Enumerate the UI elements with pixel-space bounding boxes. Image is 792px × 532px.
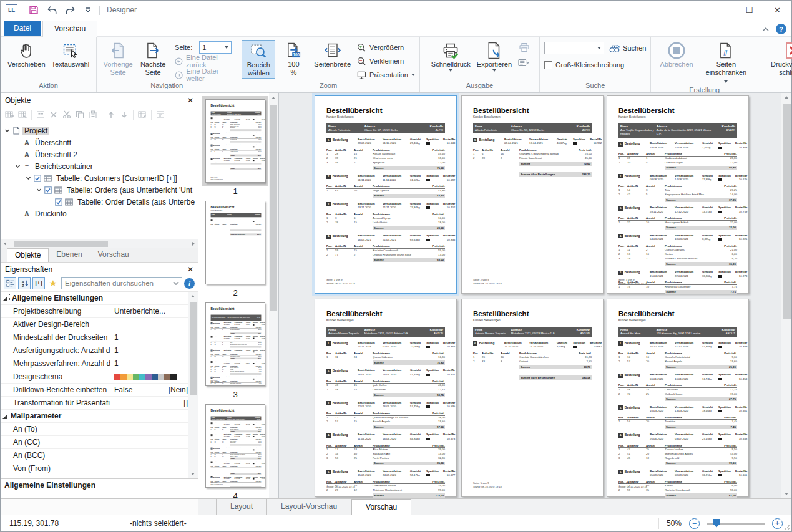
property-value[interactable]: 1: [110, 359, 188, 368]
preview-page-4[interactable]: BestellübersichtKunden BestellungenFirma…: [315, 299, 457, 497]
quick-access-customize-button[interactable]: [81, 3, 95, 17]
property-row-mindestzahl-der-druckseiten[interactable]: Mindestzahl der Druckseiten1: [1, 331, 198, 344]
preview-page-2[interactable]: BestellübersichtKunden BestellungenFirma…: [461, 95, 604, 294]
tree-item-tabelle-orders-aus-unterbericht-unt[interactable]: Tabelle: Orders (aus Unterbericht 'Unt: [1, 184, 198, 196]
maximize-button[interactable]: ☐: [735, 1, 763, 19]
property-row-an-to[interactable]: An (To): [1, 423, 198, 436]
zoom-slider-handle[interactable]: [713, 519, 720, 528]
category-expander-icon[interactable]: [2, 297, 7, 301]
report-page-2[interactable]: BestellübersichtKunden BestellungenFirma…: [461, 95, 604, 294]
eigenschaften-search-combobox[interactable]: Eigenschaften durchsuchen: [61, 277, 182, 289]
combo-dropdown-icon[interactable]: [595, 47, 604, 49]
page-thumbnail-2[interactable]: BestellübersichtKunden BestellungenFirma…: [203, 198, 268, 297]
drucken-button[interactable]: [518, 42, 530, 53]
category-expander-icon[interactable]: [2, 415, 7, 419]
favorites-button[interactable]: ★: [47, 277, 59, 289]
verkleinern-button[interactable]: Verkleinern: [357, 56, 415, 67]
info-button[interactable]: i: [184, 278, 195, 289]
close-objekte-panel-button[interactable]: ✕: [187, 96, 193, 105]
tab-objekte[interactable]: Objekte: [7, 248, 49, 262]
property-row-von-from[interactable]: Von (From): [1, 462, 198, 475]
suchen-button[interactable]: Suchen: [609, 42, 646, 54]
property-grid-scrollbar[interactable]: [188, 292, 198, 478]
help-button[interactable]: ?: [776, 24, 786, 34]
undo-button[interactable]: [45, 3, 59, 17]
eine-datei-zurueck-button[interactable]: Eine Datei zurück: [175, 56, 232, 67]
report-page-1[interactable]: BestellübersichtKunden BestellungenFirma…: [206, 100, 265, 183]
redo-button[interactable]: [63, 3, 77, 17]
preview-page-1[interactable]: BestellübersichtKunden BestellungenFirma…: [315, 95, 457, 294]
seiten-einschraenken-button[interactable]: # Seiten einschränken: [702, 40, 750, 85]
copy-button[interactable]: [76, 110, 84, 118]
categorized-view-button[interactable]: [4, 277, 16, 289]
tab-ebenen[interactable]: Ebenen: [49, 248, 90, 262]
schnelldruck-button[interactable]: Schnelldruck: [429, 40, 473, 72]
expand-brackets-button[interactable]: [+]: [32, 277, 45, 289]
tab-vorschau-view[interactable]: Vorschau: [351, 499, 411, 515]
property-row-projektbeschreibung[interactable]: ProjektbeschreibungUnterberichte...: [1, 305, 198, 318]
property-value[interactable]: Unterberichte...: [110, 307, 188, 316]
property-value[interactable]: 1: [110, 333, 188, 342]
preview-scrollbar[interactable]: [781, 93, 791, 498]
property-row-aktiver-design-bereich[interactable]: Aktiver Design-Bereich: [1, 318, 198, 331]
exportieren-button[interactable]: Exportieren: [474, 40, 514, 72]
collapse-ribbon-icon[interactable]: [762, 27, 770, 32]
tree-item-berschrift-2[interactable]: AÜberschrift 2: [1, 148, 198, 160]
suche-combobox[interactable]: [544, 42, 604, 54]
property-value[interactable]: False[Nein]: [110, 385, 188, 394]
properties-button[interactable]: [36, 110, 45, 118]
seitenbreite-button[interactable]: Seitenbreite: [311, 40, 353, 69]
tree-item-tabelle-order-details-aus-unterbe[interactable]: Tabelle: Order Details (aus Unterbe: [1, 196, 198, 208]
zoom-100-button[interactable]: 100 100 %: [276, 40, 310, 77]
move-down-button[interactable]: [120, 110, 129, 118]
vorherige-seite-button[interactable]: Vorherige Seite: [101, 40, 135, 77]
cut-button[interactable]: [62, 110, 71, 118]
report-page-1[interactable]: BestellübersichtKunden BestellungenFirma…: [315, 95, 457, 294]
report-page-4[interactable]: BestellübersichtKunden BestellungenFirma…: [206, 405, 265, 488]
zoom-out-button[interactable]: −: [689, 518, 700, 529]
textauswahl-button[interactable]: Textauswahl: [49, 40, 92, 69]
card-list-button[interactable]: [156, 110, 165, 118]
tree-item-berschrift[interactable]: AÜberschrift: [1, 137, 198, 148]
druckvorschau-schliessen-button[interactable]: Druckvorschau schließen: [768, 40, 792, 77]
zoom-in-button[interactable]: +: [772, 518, 783, 529]
insert-table-button[interactable]: [5, 110, 14, 118]
eine-datei-weiter-button[interactable]: Eine Datei weiter: [175, 69, 232, 80]
verschieben-button[interactable]: Verschieben: [5, 40, 48, 69]
abbrechen-button[interactable]: Abbrechen: [658, 40, 694, 69]
naechste-seite-button[interactable]: Nächste Seite: [136, 40, 170, 77]
close-button[interactable]: ✕: [763, 1, 791, 19]
vergroessern-button[interactable]: Vergrößern: [357, 42, 415, 53]
property-row-an-bcc[interactable]: An (BCC): [1, 449, 198, 462]
property-row-an-cc[interactable]: An (CC): [1, 436, 198, 449]
report-page-3[interactable]: BestellübersichtKunden BestellungenFirma…: [206, 303, 265, 386]
property-value[interactable]: []: [110, 399, 188, 407]
property-category-mailparameter[interactable]: Mailparameter: [1, 410, 198, 423]
praesentation-button[interactable]: Präsentation: [357, 69, 415, 80]
objekte-horizontal-scrollbar[interactable]: [1, 239, 198, 248]
tab-vorschau[interactable]: Vorschau: [42, 21, 97, 37]
gross-kleinschreibung-checkbox[interactable]: Groß-/Kleinschreibung: [544, 59, 624, 70]
tree-item-tabelle-customers-customerid[interactable]: Tabelle: Customers [CustomerID [+]]: [1, 172, 198, 184]
report-page-5[interactable]: BestellübersichtKunden BestellungenFirma…: [461, 299, 604, 497]
move-up-button[interactable]: [107, 110, 115, 118]
combo-dropdown-icon[interactable]: [222, 46, 231, 49]
sort-az-button[interactable]: AZ: [18, 277, 31, 289]
tab-layout-vorschau[interactable]: Layout-Vorschau: [267, 499, 351, 515]
insert-table-alt-button[interactable]: [18, 110, 27, 118]
property-row-von-replyto[interactable]: Von (ReplyTo): [1, 475, 198, 478]
property-row-designschema[interactable]: Designschema: [1, 370, 198, 384]
page-thumbnail-4[interactable]: BestellübersichtKunden BestellungenFirma…: [203, 401, 268, 498]
page-thumbnail-1[interactable]: BestellübersichtKunden BestellungenFirma…: [203, 96, 268, 196]
property-value[interactable]: 1: [110, 346, 188, 355]
tab-layout[interactable]: Layout: [216, 499, 267, 515]
report-page-4[interactable]: BestellübersichtKunden BestellungenFirma…: [315, 299, 457, 497]
zoom-slider[interactable]: [707, 519, 765, 528]
close-eigenschaften-panel-button[interactable]: ✕: [187, 265, 193, 274]
preview-page-3[interactable]: BestellübersichtKunden BestellungenFirma…: [607, 95, 749, 294]
bereich-waehlen-button[interactable]: Bereich wählen: [242, 40, 275, 79]
tree-item-berichtscontainer[interactable]: ≡Berichtscontainer: [1, 160, 198, 172]
property-value[interactable]: [110, 374, 188, 380]
property-row-drilldown-berichte-einbetten[interactable]: Drilldown-Berichte einbettenFalse[Nein]: [1, 384, 198, 397]
report-page-6[interactable]: BestellübersichtKunden BestellungenFirma…: [607, 299, 749, 497]
